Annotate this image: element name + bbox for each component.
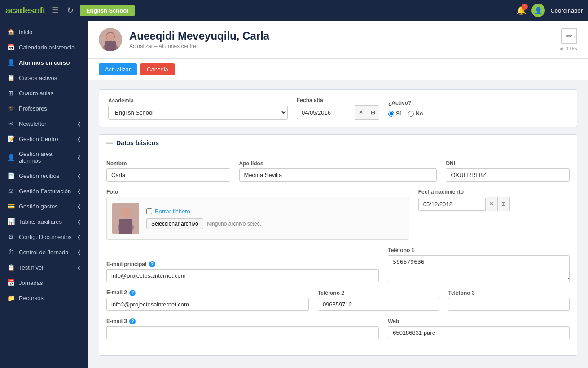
activo-no-radio[interactable] xyxy=(408,111,414,117)
sidebar-item-config-docs[interactable]: ⚙ Config. Documentos ❮ xyxy=(0,229,88,244)
sidebar-item-label: Jornadas xyxy=(19,279,43,286)
email3-label: E-mail 3 ? xyxy=(106,318,379,325)
svg-rect-4 xyxy=(105,41,116,51)
fecha-nacimiento-input[interactable] xyxy=(418,198,486,211)
sidebar-item-gestion-recibos[interactable]: 📄 Gestión recibos ❮ xyxy=(0,168,88,183)
borrar-fichero-checkbox[interactable] xyxy=(146,208,152,214)
telefono1-input[interactable] xyxy=(388,255,570,282)
telefono2-label: Teléfono 2 xyxy=(318,290,439,296)
nombre-label: Nombre xyxy=(106,160,230,167)
telefono3-input[interactable] xyxy=(448,298,570,311)
record-id: id: 1185 xyxy=(560,46,577,51)
foto-label: Foto xyxy=(106,189,409,195)
school-selector-button[interactable]: English School xyxy=(80,5,135,16)
email2-label: E-mail 2 ? xyxy=(106,289,309,296)
edit-icon: ✏ xyxy=(566,32,572,40)
nombre-input[interactable] xyxy=(106,168,230,182)
fecha-alta-clear-button[interactable]: ✕ xyxy=(355,105,367,120)
email-principal-help-icon[interactable]: ? xyxy=(149,261,155,267)
refresh-icon[interactable]: ↻ xyxy=(65,4,75,17)
activo-no-option[interactable]: No xyxy=(408,111,423,117)
chevron-right-icon: ❮ xyxy=(77,235,81,239)
seleccionar-archivo-button[interactable]: Seleccionar archivo xyxy=(146,218,203,229)
cancel-button[interactable]: Cancela xyxy=(140,63,175,75)
activo-label: ¿Activo? xyxy=(388,100,423,106)
chevron-right-icon: ❮ xyxy=(77,219,81,224)
chevron-right-icon: ❮ xyxy=(77,121,81,126)
web-input[interactable] xyxy=(388,326,570,339)
fecha-nacimiento-calendar-button[interactable]: ⊞ xyxy=(498,197,510,211)
sidebar-item-cuadro[interactable]: ⊞ Cuadro aulas xyxy=(0,85,88,101)
apellidos-label: Apellidos xyxy=(239,160,437,167)
menu-icon[interactable]: ☰ xyxy=(50,4,61,17)
telefono3-group: Teléfono 3 xyxy=(448,290,570,311)
student-avatar xyxy=(99,28,122,51)
sidebar-item-tablas-aux[interactable]: 📊 Tablas auxiliares ❮ xyxy=(0,214,88,229)
clock-icon: ⏱ xyxy=(7,248,14,256)
file-selected-text: Ninguno archivo selec. xyxy=(207,221,261,227)
sidebar-item-gestion-gastos[interactable]: 💳 Gestión gastos ❮ xyxy=(0,199,88,214)
top-form-row: Academia English School Fecha alta ✕ ⊞ xyxy=(99,89,577,127)
sidebar-item-control-jornada[interactable]: ⏱ Control de Jornada ❮ xyxy=(0,244,88,260)
email3-web-row: E-mail 3 ? Web xyxy=(106,318,570,340)
sidebar-item-gestion-facturacion[interactable]: ⚖ Gestión Facturación ❮ xyxy=(0,183,88,199)
telefono1-label: Teléfono 1 xyxy=(388,247,570,253)
fecha-alta-group: Fecha alta ✕ ⊞ xyxy=(297,97,379,120)
email3-group: E-mail 3 ? xyxy=(106,318,379,340)
telefono1-group: Teléfono 1 xyxy=(388,247,570,282)
sidebar-item-alumnos[interactable]: 👤 Alumnos en curso xyxy=(0,55,88,70)
topnav-right: 🔔 1 👤 Coordinador xyxy=(516,4,583,17)
sidebar-item-cursos[interactable]: 📋 Cursos activos xyxy=(0,70,88,85)
fecha-alta-input[interactable] xyxy=(297,106,355,119)
sidebar-item-label: Test nivel xyxy=(19,264,43,271)
sidebar-item-profesores[interactable]: 🎓 Profesores xyxy=(0,101,88,116)
update-button[interactable]: Actualizar xyxy=(99,63,137,75)
folder-icon: 📁 xyxy=(7,294,14,301)
table-icon: 📊 xyxy=(7,218,14,225)
telefono3-label: Teléfono 3 xyxy=(448,290,570,296)
sidebar-item-gestion-centro[interactable]: 📝 Gestión Centro ❮ xyxy=(0,131,88,146)
dni-group: DNI xyxy=(446,160,570,182)
fecha-nacimiento-clear-button[interactable]: ✕ xyxy=(486,197,498,211)
academia-select[interactable]: English School xyxy=(108,106,288,120)
email3-help-icon[interactable]: ? xyxy=(129,318,136,324)
sidebar-item-label: Gestión gastos xyxy=(19,203,58,210)
checklist-icon: 📋 xyxy=(7,264,14,271)
email3-input[interactable] xyxy=(106,326,379,339)
sidebar-item-label: Alumnos en curso xyxy=(19,59,70,66)
sidebar-item-test-nivel[interactable]: 📋 Test nivel ❮ xyxy=(0,260,88,275)
email-principal-input[interactable] xyxy=(106,269,379,282)
edit-button[interactable]: ✏ xyxy=(561,28,577,44)
sidebar-item-inicio[interactable]: 🏠 Inicio xyxy=(0,24,88,40)
chevron-right-icon: ❮ xyxy=(77,250,81,255)
apellidos-input[interactable] xyxy=(239,168,437,182)
academia-label: Academia xyxy=(108,98,288,104)
sidebar-item-recursos[interactable]: 📁 Recursos xyxy=(0,290,88,306)
calendar2-icon: 📅 xyxy=(7,279,14,286)
email2-help-icon[interactable]: ? xyxy=(129,290,136,296)
section-title-datos-basicos: Datos básicos xyxy=(116,139,159,146)
web-label: Web xyxy=(388,318,570,324)
activo-si-option[interactable]: Sí xyxy=(388,111,401,117)
grid-icon: ⊞ xyxy=(7,89,14,97)
web-group: Web xyxy=(388,318,570,339)
sidebar-item-gestion-alumnos[interactable]: 👤 Gestión área alumnos ❮ xyxy=(0,146,88,168)
telefono2-input[interactable] xyxy=(318,298,439,311)
activo-si-radio[interactable] xyxy=(388,111,394,117)
sidebar: 🏠 Inicio 📅 Calendario asistencia 👤 Alumn… xyxy=(0,21,88,368)
email2-input[interactable] xyxy=(106,298,309,311)
fecha-alta-label: Fecha alta xyxy=(297,97,379,103)
photo-area: Borrar fichero Seleccionar archivo Ningu… xyxy=(106,197,409,240)
dni-input[interactable] xyxy=(446,168,570,182)
notification-bell[interactable]: 🔔 1 xyxy=(516,5,526,15)
borrar-fichero-row: Borrar fichero xyxy=(146,208,261,215)
sidebar-item-jornadas[interactable]: 📅 Jornadas xyxy=(0,275,88,290)
sidebar-item-newsletter[interactable]: ✉ Newsletter ❮ xyxy=(0,116,88,131)
fecha-alta-wrapper: ✕ ⊞ xyxy=(297,105,379,120)
sidebar-item-calendario[interactable]: 📅 Calendario asistencia xyxy=(0,40,88,55)
fecha-alta-calendar-button[interactable]: ⊞ xyxy=(367,105,379,120)
collapse-icon[interactable]: — xyxy=(106,139,113,146)
users-icon: 👤 xyxy=(7,154,14,161)
borrar-fichero-label: Borrar fichero xyxy=(155,208,190,215)
photo-controls: Borrar fichero Seleccionar archivo Ningu… xyxy=(146,208,261,229)
